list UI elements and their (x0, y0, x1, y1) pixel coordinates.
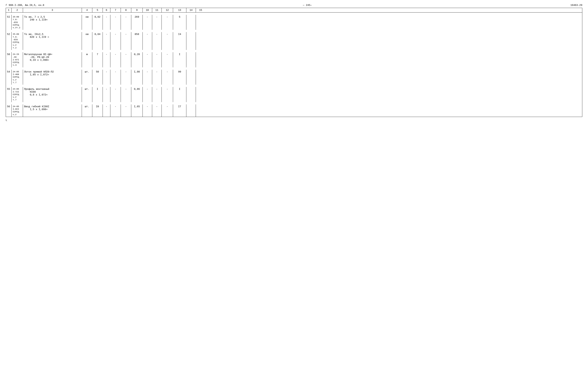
cell-1-col12: - (162, 32, 173, 50)
header-row: 1 2 3 4 5 6 7 8 9 10 11 12 13 14 15 (6, 8, 582, 13)
cell-main-text: То же, 7 х 2,5 (24, 16, 80, 18)
cell-4-col9: 0,86 (131, 87, 143, 102)
cell-sub-text: НI08 (24, 91, 80, 93)
cell-3-col1: 54 (6, 70, 12, 85)
cell-0-col10: - (143, 15, 152, 30)
cell-1-col11: - (152, 32, 162, 50)
cell-sub-text: -20, Р8-ЦХ-20 (24, 56, 80, 59)
cell-main-text: Ввод гибкий КI08I (24, 105, 80, 108)
col-header-1: 1 (6, 8, 12, 12)
table-row: 5624-05 I-0II ССРСЦ ч.УВвод гибкий КI08I… (6, 104, 582, 117)
cell-4-col12: - (162, 87, 173, 102)
cell-3-col3: Лоток прямой НЛ20-П2I,85 х I,072= (23, 70, 82, 85)
cell-3-col11: - (152, 70, 162, 85)
cell-2-col13: I (173, 52, 186, 67)
cell-5-col2: 24-05 I-0II ССРСЦ ч.У (12, 104, 23, 117)
cell-2-col7: - (110, 52, 121, 67)
cell-sub-text: 820 х I,II9 = (24, 36, 80, 39)
row-spacer-0 (6, 13, 582, 15)
cell-2-col3: Металлорукав ВI-ЦА=-20, Р8-ЦХ-200,I8 х I… (23, 52, 82, 67)
cell-5-col10: - (143, 104, 152, 117)
cell-4-col1: 55 (6, 87, 12, 102)
cell-2-col5: 7 (92, 52, 103, 67)
col-header-7: 7 (110, 8, 121, 12)
cell-4-col7: - (110, 87, 121, 102)
cell-2-col11: - (152, 52, 162, 67)
cell-1-col13: I4 (173, 32, 186, 50)
cell-4-col15 (196, 87, 205, 102)
col-header-13: 13 (173, 8, 186, 12)
table-row: 5424-05 I-468 ССРСЦ ч.У т.7Лоток прямой … (6, 70, 582, 85)
cell-sub-text: 0,I8 х I,098= (24, 59, 80, 62)
row-spacer-3 (6, 67, 582, 70)
cell-2-col15 (196, 52, 205, 67)
header-left: Г 908-I-200, Аж.I8,5, кн.8 (6, 4, 44, 7)
cell-3-col15 (196, 70, 205, 85)
cell-sub-text: 0,8 х I,072= (24, 93, 80, 96)
header-center: — 245— (303, 4, 312, 7)
col-header-5: 5 (92, 8, 103, 12)
cell-5-col4: шт. (82, 104, 92, 117)
row-spacer-2 (6, 50, 582, 52)
cell-1-col5: 0,04 (92, 32, 103, 50)
cell-1-col10: - (143, 32, 152, 50)
cell-2-col8: - (121, 52, 131, 67)
cell-1-col14 (186, 32, 196, 50)
table-row: 52I5-09 т.6- -0I6 ССРСЦ ч.У т.2То же, I0… (6, 32, 582, 50)
cell-3-col2: 24-05 I-468 ССРСЦ ч.У т.7 (12, 70, 23, 85)
cell-0-col4: км (82, 15, 92, 30)
cell-0-col9: 269 (131, 15, 143, 30)
cell-3-col7: - (110, 70, 121, 85)
cell-5-col14 (186, 104, 196, 117)
cell-3-col14 (186, 70, 196, 85)
cell-0-col6: - (103, 15, 110, 30)
cell-1-col1: 52 (6, 32, 12, 50)
row-spacer-4 (6, 85, 582, 87)
cell-0-col11: - (152, 15, 162, 30)
cell-0-col1: 5I (6, 15, 12, 30)
cell-2-col2: 24-I6 -49 I-07I ССРСЦ ч.З (12, 52, 23, 67)
table-row: 5524-05 I-72I ССРСЦ ч.У т.7Профиль монта… (6, 87, 582, 102)
col-header-15: 15 (196, 8, 205, 12)
cell-4-col4: шт. (82, 87, 92, 102)
col-header-8: 8 (121, 8, 131, 12)
cell-sub-text: 240 х I,II9= (24, 18, 80, 21)
cell-4-col3: Профиль монтажныйНI080,8 х I,072= (23, 87, 82, 102)
col-header-10: 10 (143, 8, 152, 12)
cell-5-col11: - (152, 104, 162, 117)
row-spacer-5 (6, 102, 582, 104)
header-right: 19463-29 (570, 4, 582, 7)
cell-3-col6: - (103, 70, 110, 85)
cell-2-col14 (186, 52, 196, 67)
cell-1-col6: - (103, 32, 110, 50)
cell-0-col8: - (121, 15, 131, 30)
col-header-3: 3 (23, 8, 82, 12)
col-header-9: 9 (131, 8, 143, 12)
cell-main-text: Лоток прямой НЛ20-П2 (24, 71, 80, 73)
cell-0-col12: - (162, 15, 173, 30)
cell-0-col3: То же, 7 х 2,5240 х I,II9= (23, 15, 82, 30)
cell-2-col1: 58 (6, 52, 12, 67)
cell-main-text: То же, I0х2,5 (24, 33, 80, 36)
col-header-14: 14 (186, 8, 196, 12)
col-header-12: 12 (162, 8, 173, 12)
cell-5-col12: - (162, 104, 173, 117)
cell-0-col14 (186, 15, 196, 30)
cell-4-col13: I (173, 87, 186, 102)
cell-2-col9: 0,20 (131, 52, 143, 67)
cell-1-col4: км (82, 32, 92, 50)
cell-5-col7: - (110, 104, 121, 117)
row-spacer-1 (6, 30, 582, 32)
cell-2-col6: - (103, 52, 110, 67)
table-row: 5II5-09 т.6- -0I6 ССРСЦ ч.Ут.2То же, 7 х… (6, 15, 582, 30)
cell-5-col9: I,65 (131, 104, 143, 117)
col-header-6: 6 (103, 8, 110, 12)
cell-4-col5: I (92, 87, 103, 102)
data-table-body: 5II5-09 т.6- -0I6 ССРСЦ ч.Ут.2То же, 7 х… (6, 13, 582, 117)
cell-3-col9: I,98 (131, 70, 143, 85)
cell-5-col6: - (103, 104, 110, 117)
cell-5-col5: I0 (92, 104, 103, 117)
cell-5-col13: I7 (173, 104, 186, 117)
cell-5-col15 (196, 104, 205, 117)
cell-3-col4: шт. (82, 70, 92, 85)
